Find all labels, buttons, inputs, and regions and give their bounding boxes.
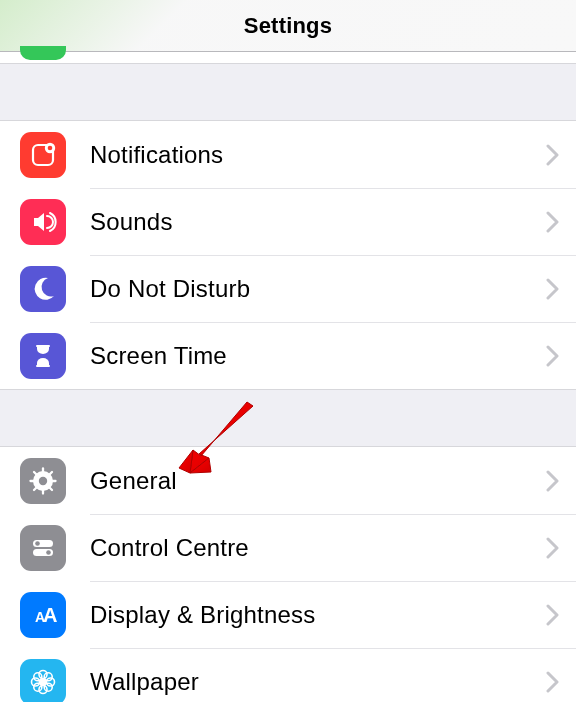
chevron-right-icon bbox=[546, 278, 560, 300]
chevron-right-icon bbox=[546, 144, 560, 166]
svg-point-6 bbox=[39, 476, 47, 484]
green-icon-fragment bbox=[20, 46, 66, 60]
text-size-icon: A A bbox=[20, 592, 66, 638]
row-label: Display & Brightness bbox=[90, 601, 546, 629]
row-label: Screen Time bbox=[90, 342, 546, 370]
sounds-icon bbox=[20, 199, 66, 245]
settings-group-1: Notifications Sounds Do Not Disturb bbox=[0, 120, 576, 390]
gear-icon bbox=[20, 458, 66, 504]
row-sounds[interactable]: Sounds bbox=[0, 188, 576, 255]
svg-rect-3 bbox=[36, 345, 50, 347]
row-control-centre[interactable]: Control Centre bbox=[0, 514, 576, 581]
row-screen-time[interactable]: Screen Time bbox=[0, 322, 576, 389]
previous-group-peek bbox=[0, 52, 576, 64]
chevron-right-icon bbox=[546, 345, 560, 367]
flower-icon bbox=[20, 659, 66, 703]
svg-line-11 bbox=[34, 472, 37, 475]
row-general[interactable]: General bbox=[0, 447, 576, 514]
svg-point-18 bbox=[46, 550, 51, 555]
hourglass-icon bbox=[20, 333, 66, 379]
svg-line-12 bbox=[50, 487, 53, 490]
moon-icon bbox=[20, 266, 66, 312]
chevron-right-icon bbox=[546, 537, 560, 559]
group-spacer bbox=[0, 390, 576, 446]
svg-line-13 bbox=[34, 487, 37, 490]
chevron-right-icon bbox=[546, 470, 560, 492]
svg-point-2 bbox=[48, 145, 53, 150]
chevron-right-icon bbox=[546, 604, 560, 626]
svg-point-16 bbox=[35, 541, 40, 546]
toggles-icon bbox=[20, 525, 66, 571]
row-display-brightness[interactable]: A A Display & Brightness bbox=[0, 581, 576, 648]
svg-text:A: A bbox=[43, 604, 57, 626]
page-title: Settings bbox=[244, 13, 332, 39]
row-label: Wallpaper bbox=[90, 668, 546, 696]
notifications-icon bbox=[20, 132, 66, 178]
row-label: Sounds bbox=[90, 208, 546, 236]
row-label: Control Centre bbox=[90, 534, 546, 562]
row-notifications[interactable]: Notifications bbox=[0, 121, 576, 188]
svg-line-14 bbox=[50, 472, 53, 475]
settings-group-2: General Control Centre A A Display & Bri… bbox=[0, 446, 576, 702]
row-label: Notifications bbox=[90, 141, 546, 169]
row-do-not-disturb[interactable]: Do Not Disturb bbox=[0, 255, 576, 322]
svg-rect-4 bbox=[36, 365, 50, 367]
row-label: Do Not Disturb bbox=[90, 275, 546, 303]
header-bar: Settings bbox=[0, 0, 576, 52]
row-wallpaper[interactable]: Wallpaper bbox=[0, 648, 576, 702]
group-spacer bbox=[0, 64, 576, 120]
row-label: General bbox=[90, 467, 546, 495]
chevron-right-icon bbox=[546, 211, 560, 233]
chevron-right-icon bbox=[546, 671, 560, 693]
